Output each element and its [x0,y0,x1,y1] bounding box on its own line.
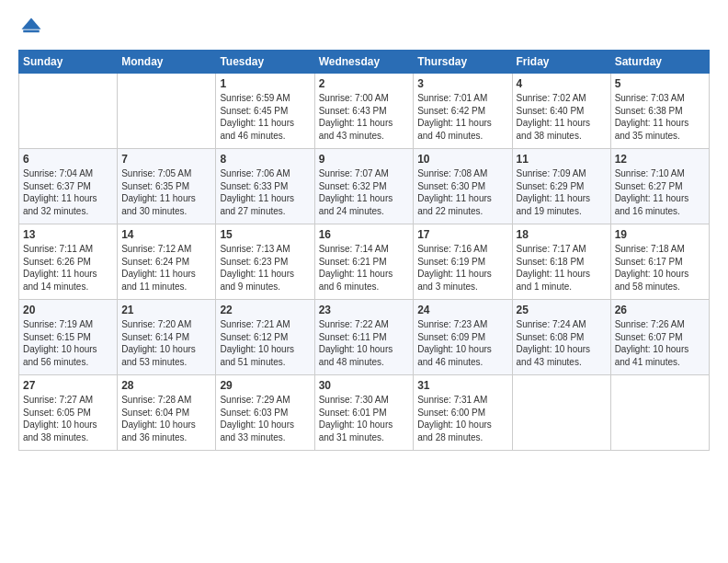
calendar-cell: 20Sunrise: 7:19 AMSunset: 6:15 PMDayligh… [19,300,118,375]
day-info: Sunrise: 7:26 AMSunset: 6:07 PMDaylight:… [615,318,705,368]
weekday-header: Friday [512,51,610,74]
calendar-week-row: 27Sunrise: 7:27 AMSunset: 6:05 PMDayligh… [19,375,710,451]
day-info: Sunrise: 7:08 AMSunset: 6:30 PMDaylight:… [417,167,507,217]
day-number: 2 [319,77,410,90]
calendar-cell: 8Sunrise: 7:06 AMSunset: 6:33 PMDaylight… [216,149,314,224]
calendar-cell: 27Sunrise: 7:27 AMSunset: 6:05 PMDayligh… [19,375,118,451]
day-number: 30 [319,379,410,392]
calendar-cell: 14Sunrise: 7:12 AMSunset: 6:24 PMDayligh… [118,224,216,300]
calendar-cell: 25Sunrise: 7:24 AMSunset: 6:08 PMDayligh… [512,300,610,375]
day-info: Sunrise: 7:31 AMSunset: 6:00 PMDaylight:… [417,394,507,443]
weekday-header: Sunday [19,51,118,74]
calendar-cell: 9Sunrise: 7:07 AMSunset: 6:32 PMDaylight… [314,149,414,224]
day-number: 5 [615,77,705,90]
day-info: Sunrise: 7:03 AMSunset: 6:38 PMDaylight:… [615,92,705,142]
svg-marker-0 [22,18,41,29]
calendar-cell [19,74,118,149]
calendar-cell: 23Sunrise: 7:22 AMSunset: 6:11 PMDayligh… [314,300,414,375]
day-info: Sunrise: 7:01 AMSunset: 6:42 PMDaylight:… [417,92,507,142]
day-number: 1 [220,77,310,90]
calendar-cell: 24Sunrise: 7:23 AMSunset: 6:09 PMDayligh… [414,300,512,375]
day-info: Sunrise: 7:11 AMSunset: 6:26 PMDaylight:… [23,243,113,293]
weekday-header: Tuesday [216,51,314,74]
day-number: 27 [23,379,113,392]
day-number: 31 [417,379,507,392]
day-info: Sunrise: 7:17 AMSunset: 6:18 PMDaylight:… [517,243,607,293]
day-number: 18 [517,228,607,241]
calendar-cell: 6Sunrise: 7:04 AMSunset: 6:37 PMDaylight… [19,149,118,224]
day-info: Sunrise: 7:10 AMSunset: 6:27 PMDaylight:… [615,167,705,217]
calendar-cell: 10Sunrise: 7:08 AMSunset: 6:30 PMDayligh… [414,149,512,224]
day-number: 4 [517,77,607,90]
day-number: 15 [220,228,310,241]
weekday-header: Thursday [414,51,512,74]
day-info: Sunrise: 7:18 AMSunset: 6:17 PMDaylight:… [615,243,705,293]
calendar-cell: 26Sunrise: 7:26 AMSunset: 6:07 PMDayligh… [610,300,709,375]
day-number: 21 [121,304,211,316]
day-info: Sunrise: 7:02 AMSunset: 6:40 PMDaylight:… [517,92,607,142]
day-info: Sunrise: 7:05 AMSunset: 6:35 PMDaylight:… [121,167,211,217]
day-number: 25 [517,304,607,316]
weekday-header-row: SundayMondayTuesdayWednesdayThursdayFrid… [19,51,710,74]
day-info: Sunrise: 7:06 AMSunset: 6:33 PMDaylight:… [220,167,310,217]
weekday-header: Monday [118,51,216,74]
day-info: Sunrise: 7:09 AMSunset: 6:29 PMDaylight:… [517,167,607,217]
svg-rect-1 [23,30,40,33]
calendar-cell: 31Sunrise: 7:31 AMSunset: 6:00 PMDayligh… [414,375,512,451]
calendar-cell: 18Sunrise: 7:17 AMSunset: 6:18 PMDayligh… [512,224,610,300]
weekday-header: Wednesday [314,51,414,74]
day-number: 11 [517,153,607,166]
page: SundayMondayTuesdayWednesdayThursdayFrid… [0,0,728,563]
day-info: Sunrise: 7:19 AMSunset: 6:15 PMDaylight:… [23,318,113,368]
calendar-table: SundayMondayTuesdayWednesdayThursdayFrid… [18,50,710,451]
day-number: 14 [121,228,211,241]
calendar-cell: 17Sunrise: 7:16 AMSunset: 6:19 PMDayligh… [414,224,512,300]
calendar-cell: 11Sunrise: 7:09 AMSunset: 6:29 PMDayligh… [512,149,610,224]
calendar-cell: 5Sunrise: 7:03 AMSunset: 6:38 PMDaylight… [610,74,709,149]
calendar-cell [118,74,216,149]
calendar-cell: 22Sunrise: 7:21 AMSunset: 6:12 PMDayligh… [216,300,314,375]
logo-icon [18,15,44,40]
day-info: Sunrise: 7:16 AMSunset: 6:19 PMDaylight:… [417,243,507,293]
day-info: Sunrise: 7:21 AMSunset: 6:12 PMDaylight:… [220,318,310,368]
day-info: Sunrise: 7:00 AMSunset: 6:43 PMDaylight:… [319,92,410,142]
day-info: Sunrise: 7:23 AMSunset: 6:09 PMDaylight:… [417,318,507,368]
calendar-cell: 19Sunrise: 7:18 AMSunset: 6:17 PMDayligh… [610,224,709,300]
day-number: 8 [220,153,310,166]
calendar-cell: 28Sunrise: 7:28 AMSunset: 6:04 PMDayligh… [118,375,216,451]
day-info: Sunrise: 6:59 AMSunset: 6:45 PMDaylight:… [220,92,310,142]
day-number: 12 [615,153,705,166]
day-info: Sunrise: 7:24 AMSunset: 6:08 PMDaylight:… [517,318,607,368]
day-info: Sunrise: 7:22 AMSunset: 6:11 PMDaylight:… [319,318,410,368]
calendar-week-row: 13Sunrise: 7:11 AMSunset: 6:26 PMDayligh… [19,224,710,300]
calendar-cell: 13Sunrise: 7:11 AMSunset: 6:26 PMDayligh… [19,224,118,300]
calendar-week-row: 1Sunrise: 6:59 AMSunset: 6:45 PMDaylight… [19,74,710,149]
calendar-cell: 7Sunrise: 7:05 AMSunset: 6:35 PMDaylight… [118,149,216,224]
day-number: 29 [220,379,310,392]
day-info: Sunrise: 7:14 AMSunset: 6:21 PMDaylight:… [319,243,410,293]
calendar-cell: 2Sunrise: 7:00 AMSunset: 6:43 PMDaylight… [314,74,414,149]
calendar-cell [512,375,610,451]
day-number: 7 [121,153,211,166]
calendar-cell: 30Sunrise: 7:30 AMSunset: 6:01 PMDayligh… [314,375,414,451]
day-info: Sunrise: 7:30 AMSunset: 6:01 PMDaylight:… [319,394,410,443]
day-info: Sunrise: 7:28 AMSunset: 6:04 PMDaylight:… [121,394,211,443]
day-number: 20 [23,304,113,316]
day-number: 9 [319,153,410,166]
day-info: Sunrise: 7:29 AMSunset: 6:03 PMDaylight:… [220,394,310,443]
header [18,15,710,40]
calendar-cell: 4Sunrise: 7:02 AMSunset: 6:40 PMDaylight… [512,74,610,149]
day-number: 19 [615,228,705,241]
day-info: Sunrise: 7:04 AMSunset: 6:37 PMDaylight:… [23,167,113,217]
calendar-cell [610,375,709,451]
calendar-cell: 15Sunrise: 7:13 AMSunset: 6:23 PMDayligh… [216,224,314,300]
day-number: 22 [220,304,310,316]
calendar-cell: 12Sunrise: 7:10 AMSunset: 6:27 PMDayligh… [610,149,709,224]
day-number: 26 [615,304,705,316]
calendar-cell: 3Sunrise: 7:01 AMSunset: 6:42 PMDaylight… [414,74,512,149]
day-info: Sunrise: 7:13 AMSunset: 6:23 PMDaylight:… [220,243,310,293]
calendar-cell: 29Sunrise: 7:29 AMSunset: 6:03 PMDayligh… [216,375,314,451]
calendar-cell: 16Sunrise: 7:14 AMSunset: 6:21 PMDayligh… [314,224,414,300]
day-number: 10 [417,153,507,166]
day-number: 3 [417,77,507,90]
